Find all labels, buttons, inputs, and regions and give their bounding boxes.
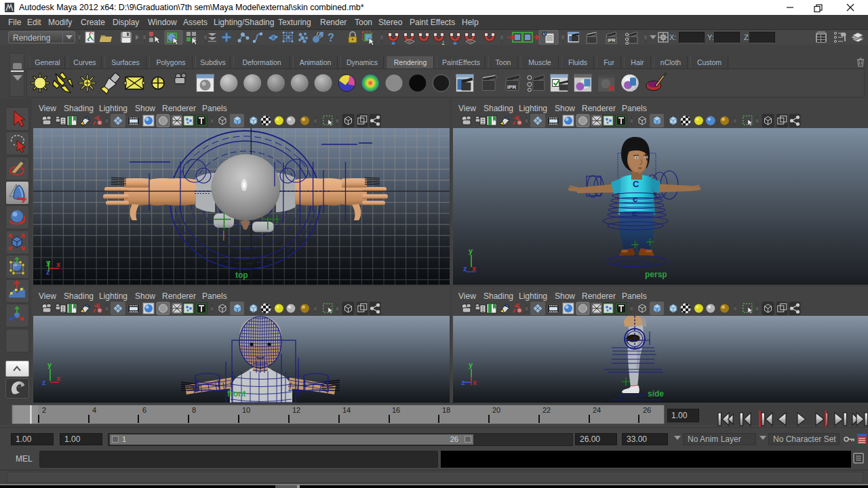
svg-text:4: 4: [92, 406, 96, 414]
svg-text:IPR: IPR: [507, 84, 517, 90]
svg-text:x: x: [472, 264, 477, 272]
svg-text:z: z: [463, 264, 467, 272]
svg-text:?: ?: [328, 32, 334, 43]
svg-text:front: front: [227, 389, 245, 399]
svg-text:z: z: [46, 268, 50, 276]
svg-text:18: 18: [442, 406, 450, 414]
svg-text:C: C: [633, 179, 639, 189]
svg-text:12: 12: [292, 406, 300, 414]
svg-text:y: y: [47, 361, 52, 369]
svg-text:top: top: [235, 270, 248, 280]
svg-text:16: 16: [392, 406, 400, 414]
svg-text:persp: persp: [645, 270, 667, 279]
svg-text:x: x: [56, 260, 61, 268]
svg-text:c: c: [633, 194, 637, 204]
svg-text:2: 2: [42, 406, 46, 414]
svg-text:20: 20: [492, 406, 500, 414]
svg-text:26: 26: [643, 406, 651, 414]
svg-text:y: y: [469, 247, 473, 255]
svg-text:y: y: [469, 361, 473, 369]
svg-text:14: 14: [342, 406, 351, 414]
svg-text:10: 10: [242, 406, 250, 414]
svg-text:22: 22: [542, 406, 551, 414]
svg-text:IPR: IPR: [608, 38, 616, 43]
svg-text:24: 24: [593, 406, 601, 414]
svg-text:y: y: [46, 258, 51, 266]
svg-text:c: c: [632, 208, 637, 218]
svg-text:8: 8: [192, 406, 196, 414]
svg-text:z: z: [42, 378, 46, 386]
svg-text:x: x: [56, 374, 61, 382]
svg-text:x: x: [473, 378, 477, 386]
svg-text:side: side: [648, 389, 664, 399]
svg-text:6: 6: [142, 406, 146, 414]
